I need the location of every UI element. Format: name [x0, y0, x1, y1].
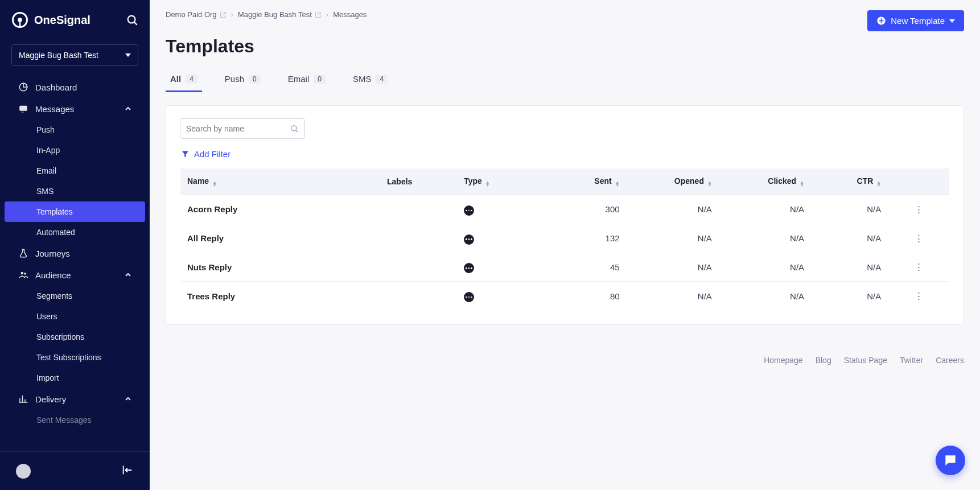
svg-point-7 — [21, 272, 24, 275]
tab-all-count: 4 — [186, 75, 197, 84]
nav-audience-segments[interactable]: Segments — [5, 286, 145, 306]
table-row[interactable]: Trees Reply80N/AN/AN/A⋮ — [180, 282, 950, 311]
chat-icon — [943, 453, 958, 468]
tab-email-label: Email — [288, 74, 310, 84]
brand-logo[interactable]: OneSignal — [11, 11, 119, 28]
nav-messages-automated[interactable]: Automated — [5, 222, 145, 242]
footer-twitter[interactable]: Twitter — [900, 356, 923, 365]
search-icon — [290, 124, 299, 133]
th-sent-label: Sent — [594, 176, 611, 186]
nav-audience[interactable]: Audience — [5, 264, 145, 286]
cell-opened: N/A — [627, 253, 719, 282]
th-name[interactable]: Name▲▼ — [180, 168, 381, 195]
footer-links: Homepage Blog Status Page Twitter Career… — [150, 337, 980, 383]
nav-delivery-sent[interactable]: Sent Messages — [5, 410, 145, 430]
breadcrumb-org[interactable]: Demo Paid Org — [166, 10, 227, 19]
nav-journeys[interactable]: Journeys — [5, 242, 145, 264]
sort-icon: ▲▼ — [876, 181, 881, 187]
sort-icon: ▲▼ — [800, 181, 804, 187]
nav-messages-templates[interactable]: Templates — [5, 201, 145, 222]
collapse-sidebar-button[interactable] — [121, 464, 134, 478]
footer-blog[interactable]: Blog — [816, 356, 831, 365]
breadcrumb-app[interactable]: Maggie Bug Bash Test — [238, 10, 322, 19]
nav-audience-subscriptions[interactable]: Subscriptions — [5, 327, 145, 347]
table-row[interactable]: Acorn Reply300N/AN/AN/A⋮ — [180, 195, 950, 224]
chat-fab[interactable] — [936, 446, 965, 475]
tab-all[interactable]: All 4 — [166, 67, 202, 92]
nav-audience-testsubs[interactable]: Test Subscriptions — [5, 347, 145, 368]
th-clicked[interactable]: Clicked▲▼ — [719, 168, 811, 195]
cell-name: Nuts Reply — [180, 253, 381, 282]
nav-messages-push[interactable]: Push — [5, 120, 145, 140]
footer-homepage[interactable]: Homepage — [764, 356, 803, 365]
cell-labels — [380, 195, 457, 224]
nav-messages-email[interactable]: Email — [5, 160, 145, 181]
nav-subscriptions-label: Subscriptions — [36, 332, 84, 341]
cell-type — [457, 224, 534, 253]
nav-push-label: Push — [36, 125, 55, 134]
row-menu-button[interactable]: ⋮ — [888, 282, 949, 311]
th-sent[interactable]: Sent▲▼ — [534, 168, 626, 195]
content-area: Add Filter Name▲▼ Labels Type▲▼ Sent▲▼ O… — [150, 93, 980, 337]
user-avatar[interactable] — [16, 464, 31, 479]
add-filter-label: Add Filter — [194, 149, 230, 159]
search-wrap[interactable] — [180, 118, 305, 139]
row-menu-button[interactable]: ⋮ — [888, 253, 949, 282]
cell-type — [457, 253, 534, 282]
cell-ctr: N/A — [811, 282, 888, 311]
nav-import-label: Import — [36, 373, 59, 382]
external-link-icon — [315, 11, 322, 18]
nav-audience-users[interactable]: Users — [5, 306, 145, 327]
row-menu-button[interactable]: ⋮ — [888, 224, 949, 253]
th-opened-label: Opened — [674, 176, 704, 186]
sidebar: OneSignal Maggie Bug Bash Test Dashboard… — [0, 0, 150, 490]
cell-clicked: N/A — [719, 282, 811, 311]
svg-point-8 — [24, 273, 26, 275]
th-type[interactable]: Type▲▼ — [457, 168, 534, 195]
title-block: Templates — [150, 31, 980, 67]
plus-circle-icon — [876, 16, 886, 26]
sms-type-icon — [464, 234, 474, 245]
footer-status[interactable]: Status Page — [844, 356, 887, 365]
tab-push[interactable]: Push 0 — [220, 67, 265, 92]
search-input[interactable] — [186, 124, 290, 133]
app-selector[interactable]: Maggie Bug Bash Test — [11, 44, 138, 66]
tabs: All 4 Push 0 Email 0 SMS 4 — [150, 67, 980, 93]
tab-sms-label: SMS — [353, 74, 372, 84]
table-row[interactable]: Nuts Reply45N/AN/AN/A⋮ — [180, 253, 950, 282]
cell-name: Acorn Reply — [180, 195, 381, 224]
sidebar-search-button[interactable] — [126, 14, 138, 26]
chevron-up-icon — [125, 396, 131, 402]
svg-rect-2 — [19, 19, 21, 27]
sort-icon: ▲▼ — [707, 181, 712, 187]
nav-messages[interactable]: Messages — [5, 98, 145, 120]
th-clicked-label: Clicked — [768, 176, 796, 186]
footer-careers[interactable]: Careers — [936, 356, 964, 365]
breadcrumb-app-label: Maggie Bug Bash Test — [238, 10, 312, 19]
nav-dashboard-label: Dashboard — [35, 83, 77, 92]
svg-point-15 — [291, 126, 297, 131]
nav-audience-import[interactable]: Import — [5, 368, 145, 388]
row-menu-button[interactable]: ⋮ — [888, 195, 949, 224]
nav-delivery[interactable]: Delivery — [5, 388, 145, 410]
breadcrumb-section[interactable]: Messages — [333, 10, 367, 19]
th-labels[interactable]: Labels — [380, 168, 457, 195]
nav-messages-inapp[interactable]: In-App — [5, 140, 145, 160]
th-opened[interactable]: Opened▲▼ — [627, 168, 719, 195]
tab-all-label: All — [170, 74, 181, 84]
chevron-up-icon — [125, 271, 131, 278]
nav-dashboard[interactable]: Dashboard — [5, 76, 145, 98]
nav-sent-label: Sent Messages — [36, 415, 92, 425]
new-template-button[interactable]: New Template — [867, 10, 964, 31]
tab-sms[interactable]: SMS 4 — [348, 67, 392, 92]
cell-type — [457, 195, 534, 224]
breadcrumb: Demo Paid Org › Maggie Bug Bash Test › M… — [166, 10, 367, 19]
nav-inapp-label: In-App — [36, 146, 60, 155]
nav-messages-sms[interactable]: SMS — [5, 181, 145, 201]
add-filter-button[interactable]: Add Filter — [180, 147, 232, 161]
th-ctr[interactable]: CTR▲▼ — [811, 168, 888, 195]
breadcrumb-separator: › — [231, 10, 233, 19]
tab-email[interactable]: Email 0 — [283, 67, 330, 92]
table-row[interactable]: All Reply132N/AN/AN/A⋮ — [180, 224, 950, 253]
nav-email-label: Email — [36, 166, 56, 175]
